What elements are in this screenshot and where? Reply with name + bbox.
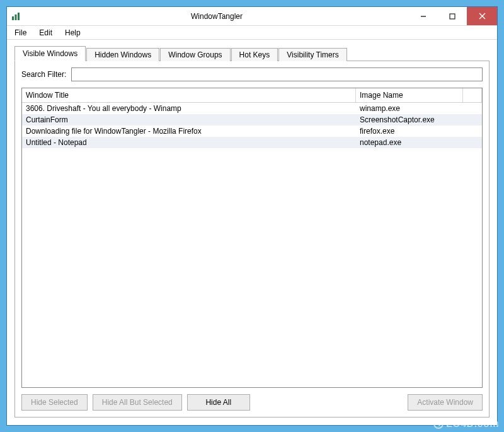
table-row[interactable]: Downloading file for WindowTangler - Moz…	[22, 126, 482, 137]
menu-help[interactable]: Help	[59, 27, 87, 38]
maximize-button[interactable]	[438, 7, 467, 25]
hide-all-button[interactable]: Hide All	[187, 394, 250, 411]
titlebar: WindowTangler	[7, 7, 497, 26]
window-listview[interactable]: Window Title Image Name 3606. Driveshaft…	[21, 88, 483, 388]
cell-title: 3606. Driveshaft - You all everybody - W…	[22, 103, 356, 114]
search-row: Search Filter:	[21, 67, 483, 81]
activate-window-button[interactable]: Activate Window	[408, 394, 483, 411]
tab-hidden-windows[interactable]: Hidden Windows	[86, 48, 159, 61]
table-row[interactable]: CurtainForm ScreenshotCaptor.exe	[22, 114, 482, 126]
menu-file[interactable]: File	[8, 27, 33, 38]
tab-window-groups[interactable]: Window Groups	[160, 48, 230, 61]
hide-all-but-selected-button[interactable]: Hide All But Selected	[93, 394, 182, 411]
minimize-button[interactable]	[409, 7, 438, 25]
client-area: Visible Windows Hidden Windows Window Gr…	[7, 40, 497, 425]
search-input[interactable]	[71, 67, 483, 81]
app-icon	[7, 7, 25, 25]
close-button[interactable]	[467, 7, 497, 25]
menubar: File Edit Help	[7, 26, 497, 40]
table-row[interactable]: 3606. Driveshaft - You all everybody - W…	[22, 103, 482, 114]
svg-rect-0	[12, 16, 14, 20]
listview-body: 3606. Driveshaft - You all everybody - W…	[22, 103, 482, 387]
cell-image: winamp.exe	[356, 103, 463, 114]
svg-rect-2	[18, 13, 20, 20]
column-header-image[interactable]: Image Name	[356, 88, 463, 102]
menu-edit[interactable]: Edit	[33, 27, 59, 38]
svg-rect-4	[450, 14, 455, 19]
column-header-title[interactable]: Window Title	[22, 88, 356, 102]
cell-image: firefox.exe	[356, 126, 463, 136]
tab-panel: Search Filter: Window Title Image Name 3…	[14, 61, 490, 417]
tab-hot-keys[interactable]: Hot Keys	[231, 48, 278, 61]
window-controls	[409, 7, 497, 25]
cell-title: CurtainForm	[22, 115, 356, 125]
button-row: Hide Selected Hide All But Selected Hide…	[21, 394, 483, 411]
search-label: Search Filter:	[21, 70, 66, 79]
cell-image: notepad.exe	[356, 137, 463, 148]
cell-title: Downloading file for WindowTangler - Moz…	[22, 126, 356, 136]
table-row[interactable]: Untitled - Notepad notepad.exe	[22, 137, 482, 148]
tab-visible-windows[interactable]: Visible Windows	[14, 46, 86, 61]
window-title: WindowTangler	[25, 7, 409, 25]
tabstrip: Visible Windows Hidden Windows Window Gr…	[14, 46, 490, 61]
cell-image: ScreenshotCaptor.exe	[356, 115, 463, 125]
svg-rect-1	[15, 15, 17, 20]
tab-visibility-timers[interactable]: Visibility Timers	[278, 48, 346, 61]
app-window: WindowTangler File Edit Help Visible Win…	[6, 6, 498, 426]
hide-selected-button[interactable]: Hide Selected	[21, 394, 88, 411]
listview-header: Window Title Image Name	[22, 88, 482, 103]
column-header-pad[interactable]	[463, 88, 482, 102]
cell-title: Untitled - Notepad	[22, 137, 356, 148]
